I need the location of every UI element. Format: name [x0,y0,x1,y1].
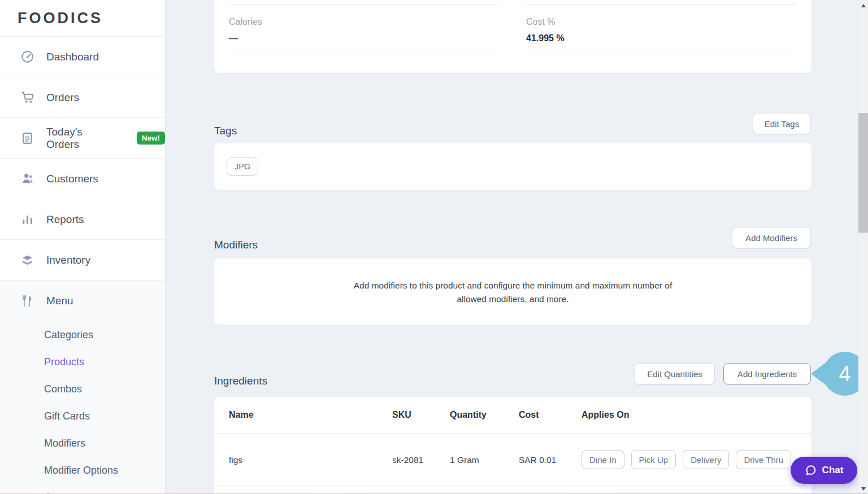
field-divider [526,50,797,50]
modifiers-empty-line1: Add modifiers to this product and config… [214,279,811,292]
app-window: FOODICS Dashboard Orders Today's Orders … [0,0,868,494]
scroll-down-arrow[interactable] [858,484,868,493]
add-modifiers-button[interactable]: Add Modifiers [732,227,811,248]
sidebar-item-orders[interactable]: Orders [0,77,165,118]
notepad-icon [20,131,34,145]
applies-on-chip-pick-up: Pick Up [631,450,676,469]
scrollbar-thumb[interactable] [858,113,868,233]
field-divider [229,50,500,50]
sidebar-item-todays-orders[interactable]: Today's Orders New! [0,118,165,159]
edit-tags-button[interactable]: Edit Tags [753,113,811,134]
utensils-icon [20,295,34,308]
dashboard-gauge-icon [20,50,34,64]
field-divider [229,4,500,5]
applies-on-chip-delivery: Delivery [683,450,729,469]
calories-field: Calories — [229,0,500,73]
sidebar-subitem-modifiers[interactable]: Modifiers [0,430,165,457]
cell-ingredient-name: figs [229,455,242,465]
sidebar-item-inventory[interactable]: Inventory [0,240,165,281]
table-row: figs sk-2081 1 Gram SAR 0.01 Dine In Pic… [214,434,811,486]
sidebar-item-label: Today's Orders [46,126,117,151]
add-ingredients-button[interactable]: Add Ingredients [723,363,811,384]
new-badge: New! [137,132,165,145]
modifiers-section-title: Modifiers [214,239,258,251]
scroll-up-arrow[interactable] [858,1,868,10]
chat-bubble-icon [805,464,817,476]
main-content: Calories — Cost % 41.995 % Tags Edit Tag… [166,0,858,494]
vertical-scrollbar[interactable] [858,0,868,494]
field-divider [526,4,797,5]
applies-on-chip-dine-in: Dine In [581,450,624,469]
chat-label: Chat [822,465,844,476]
chat-launcher-button[interactable]: Chat [791,457,857,484]
sidebar-subitem-products[interactable]: Products [0,348,165,375]
column-header-sku: SKU [392,410,411,420]
sidebar-item-label: Dashboard [46,51,99,63]
sidebar-item-dashboard[interactable]: Dashboard [0,37,165,77]
ingredients-table-card: Name SKU Quantity Cost Applies On figs s… [214,397,811,494]
cost-percent-label: Cost % [526,17,555,27]
bar-chart-icon [20,212,34,226]
sidebar-subitem-gift-cards[interactable]: Gift Cards [0,403,165,430]
sidebar-item-label: Reports [46,213,84,226]
column-header-cost: Cost [519,410,539,420]
tag-chip: JPG [227,158,258,176]
customers-icon [20,172,34,186]
sidebar-item-label: Menu [46,295,73,307]
applies-on-chips: Dine In Pick Up Delivery Drive Thru [581,450,791,469]
column-header-applies-on: Applies On [581,410,629,420]
brand-logo[interactable]: FOODICS [0,0,165,37]
tags-section-title: Tags [214,125,237,137]
sidebar-item-label: Orders [46,91,79,104]
calories-value: — [229,33,238,43]
cell-ingredient-sku: sk-2081 [392,455,423,465]
sidebar-subitem-categories[interactable]: Categories [0,321,165,348]
cell-ingredient-quantity: 1 Gram [450,455,479,465]
sidebar-item-customers[interactable]: Customers [0,159,165,199]
edit-quantities-button[interactable]: Edit Quantities [635,363,715,384]
sidebar-item-label: Inventory [46,254,90,266]
sidebar-item-label: Customers [46,173,98,185]
modifiers-empty-line2: allowed modifiers, and more. [214,292,811,306]
ingredients-section-title: Ingredients [214,375,267,387]
cart-icon [20,90,34,104]
sidebar-subitem-combos[interactable]: Combos [0,375,165,403]
layers-icon [20,253,34,267]
brand-logo-text: FOODICS [18,10,103,27]
sidebar: FOODICS Dashboard Orders Today's Orders … [0,0,166,494]
sidebar-menu-section: Menu Categories Products Combos Gift Car… [0,281,165,494]
modifiers-card: Add modifiers to this product and config… [214,259,811,325]
column-header-name: Name [229,410,254,420]
tags-card: JPG [214,143,811,190]
sidebar-subitem-modifier-options[interactable]: Modifier Options [0,457,165,484]
applies-on-chip-drive-thru: Drive Thru [736,450,791,469]
calories-label: Calories [229,17,262,27]
column-header-quantity: Quantity [450,410,487,420]
product-details-card: Calories — Cost % 41.995 % [214,0,811,73]
cost-percent-field: Cost % 41.995 % [526,0,797,73]
sidebar-item-reports[interactable]: Reports [0,199,165,240]
modifiers-empty-text: Add modifiers to this product and config… [214,259,811,306]
cell-ingredient-cost: SAR 0.01 [519,455,556,465]
table-header-row: Name SKU Quantity Cost Applies On [214,397,811,434]
cost-percent-value: 41.995 % [526,33,565,43]
sidebar-item-menu[interactable]: Menu [0,281,165,321]
